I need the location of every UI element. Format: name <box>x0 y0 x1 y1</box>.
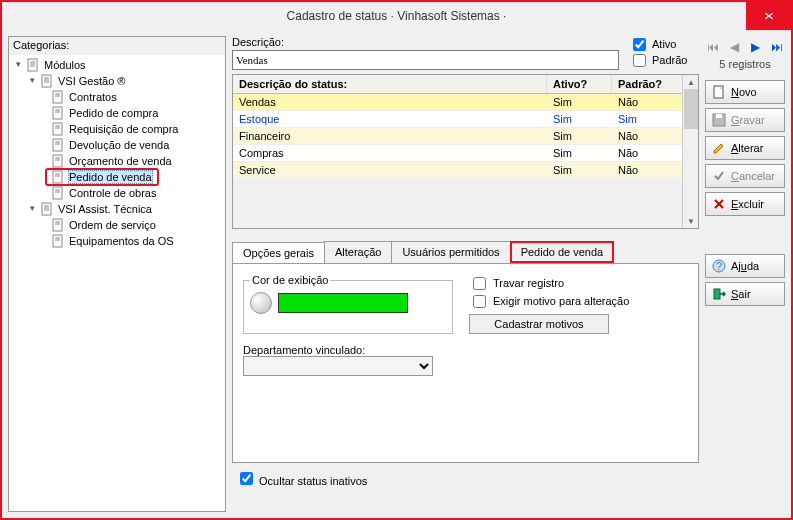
col-desc[interactable]: Descrição do status: <box>233 75 547 93</box>
nav-first-icon[interactable]: ⏮ <box>707 40 719 54</box>
cancelar-button[interactable]: Cancelar <box>705 164 785 188</box>
cor-exibicao-label: Cor de exibição <box>250 274 330 286</box>
ocultar-checkbox[interactable]: Ocultar status inativos <box>236 475 367 487</box>
tree-label: Orçamento de venda <box>68 155 173 167</box>
svg-rect-26 <box>53 187 62 199</box>
descricao-label: Descrição: <box>232 36 619 48</box>
scroll-up-icon[interactable]: ▲ <box>683 75 699 89</box>
gravar-button[interactable]: Gravar <box>705 108 785 132</box>
color-preview[interactable] <box>278 293 408 313</box>
tree-label: Contratos <box>68 91 118 103</box>
tree-label: Requisição de compra <box>68 123 179 135</box>
tab-alteração[interactable]: Alteração <box>324 241 392 263</box>
tab-opções-gerais[interactable]: Opções gerais <box>232 242 325 264</box>
cadastrar-motivos-button[interactable]: Cadastrar motivos <box>469 314 609 334</box>
scroll-down-icon[interactable]: ▼ <box>683 214 699 228</box>
tab-pedido-de-venda[interactable]: Pedido de venda <box>510 241 615 263</box>
expand-icon[interactable] <box>13 60 24 71</box>
svg-rect-20 <box>53 155 62 167</box>
nav-prev-icon[interactable]: ◀ <box>730 40 739 54</box>
tree-label: Ordem de serviço <box>68 219 157 231</box>
tree-item[interactable]: Devolução de venda <box>11 137 223 153</box>
tree-item[interactable]: Ordem de serviço <box>11 217 223 233</box>
save-icon <box>712 113 726 127</box>
status-grid: Descrição do status: Ativo? Padrão? Vend… <box>232 74 699 229</box>
table-row[interactable]: VendasSimNão <box>233 94 682 111</box>
tree-item[interactable]: Pedido de venda <box>11 169 223 185</box>
new-icon <box>712 85 726 99</box>
svg-rect-17 <box>53 139 62 151</box>
tree-label: Pedido de compra <box>68 107 159 119</box>
grid-header: Descrição do status: Ativo? Padrão? <box>233 75 682 94</box>
table-row[interactable]: ServiceSimNão <box>233 162 682 179</box>
ativo-check-input[interactable] <box>633 38 646 51</box>
nav-next-icon[interactable]: ▶ <box>751 40 760 54</box>
departamento-label: Departamento vinculado: <box>243 344 688 356</box>
novo-button[interactable]: Novo <box>705 80 785 104</box>
svg-rect-4 <box>42 75 51 87</box>
globe-icon[interactable] <box>250 292 272 314</box>
svg-rect-14 <box>53 123 62 135</box>
col-ativo[interactable]: Ativo? <box>547 75 612 93</box>
table-row[interactable]: FinanceiroSimNão <box>233 128 682 145</box>
table-row[interactable]: ComprasSimNão <box>233 145 682 162</box>
departamento-select[interactable] <box>243 356 433 376</box>
content: Categorias: Módulos VSI Gestão ® Contrat… <box>2 30 791 518</box>
svg-rect-0 <box>28 59 37 71</box>
padrao-check-input[interactable] <box>633 54 646 67</box>
travar-checkbox[interactable]: Travar registro <box>469 274 688 292</box>
grid-scrollbar[interactable]: ▲ ▼ <box>682 75 698 228</box>
doc-icon <box>51 138 65 152</box>
cell-ativo: Sim <box>547 162 612 178</box>
tab-bar: Opções geraisAlteraçãoUsuários permitido… <box>232 241 699 263</box>
cell-padrao: Não <box>612 145 682 161</box>
tree-item[interactable]: Requisição de compra <box>11 121 223 137</box>
delete-icon <box>712 197 726 211</box>
padrao-checkbox[interactable]: Padrão <box>629 52 699 68</box>
tree-item[interactable]: Pedido de compra <box>11 105 223 121</box>
descricao-input[interactable] <box>232 50 619 70</box>
cell-padrao: Não <box>612 94 682 110</box>
tree-item[interactable]: Contratos <box>11 89 223 105</box>
svg-rect-29 <box>42 203 51 215</box>
ajuda-button[interactable]: ? Ajuda <box>705 254 785 278</box>
exigir-checkbox[interactable]: Exigir motivo para alteração <box>469 292 688 310</box>
svg-rect-36 <box>53 235 62 247</box>
col-padrao[interactable]: Padrão? <box>612 75 682 93</box>
tree-group[interactable]: VSI Gestão ® <box>11 73 223 89</box>
svg-rect-8 <box>53 91 62 103</box>
cell-padrao: Não <box>612 162 682 178</box>
doc-icon <box>51 122 65 136</box>
tree[interactable]: Módulos VSI Gestão ® ContratosPedido de … <box>9 55 225 511</box>
edit-icon <box>712 141 726 155</box>
expand-icon[interactable] <box>27 76 38 87</box>
excluir-button[interactable]: Excluir <box>705 192 785 216</box>
tree-label: Equipamentos da OS <box>68 235 175 247</box>
doc-icon <box>51 90 65 104</box>
svg-rect-11 <box>53 107 62 119</box>
titlebar: Cadastro de status · Vinhasoft Sistemas … <box>2 2 791 30</box>
tab-usuários-permitidos[interactable]: Usuários permitidos <box>391 241 510 263</box>
cell-desc: Estoque <box>233 111 547 127</box>
nav-last-icon[interactable]: ⏭ <box>771 40 783 54</box>
alterar-button[interactable]: Alterar <box>705 136 785 160</box>
record-nav: ⏮ ◀ ▶ ⏭ <box>705 36 785 54</box>
tree-item[interactable]: Equipamentos da OS <box>11 233 223 249</box>
table-row[interactable]: EstoqueSimSim <box>233 111 682 128</box>
doc-icon <box>51 154 65 168</box>
doc-icon <box>40 74 54 88</box>
ativo-checkbox[interactable]: Ativo <box>629 36 699 52</box>
sair-button[interactable]: Sair <box>705 282 785 306</box>
record-count: 5 registros <box>705 58 785 76</box>
close-button[interactable]: ✕ <box>746 2 791 30</box>
cell-padrao: Não <box>612 128 682 144</box>
tree-group[interactable]: VSI Assist. Técnica <box>11 201 223 217</box>
tree-item[interactable]: Controle de obras <box>11 185 223 201</box>
action-panel: ⏮ ◀ ▶ ⏭ 5 registros Novo Gravar Alterar … <box>705 36 785 512</box>
scroll-thumb[interactable] <box>684 89 698 129</box>
doc-icon <box>26 58 40 72</box>
tree-label: VSI Gestão ® <box>57 75 126 87</box>
tree-root[interactable]: Módulos <box>11 57 223 73</box>
expand-icon[interactable] <box>27 204 38 215</box>
tree-item[interactable]: Orçamento de venda <box>11 153 223 169</box>
